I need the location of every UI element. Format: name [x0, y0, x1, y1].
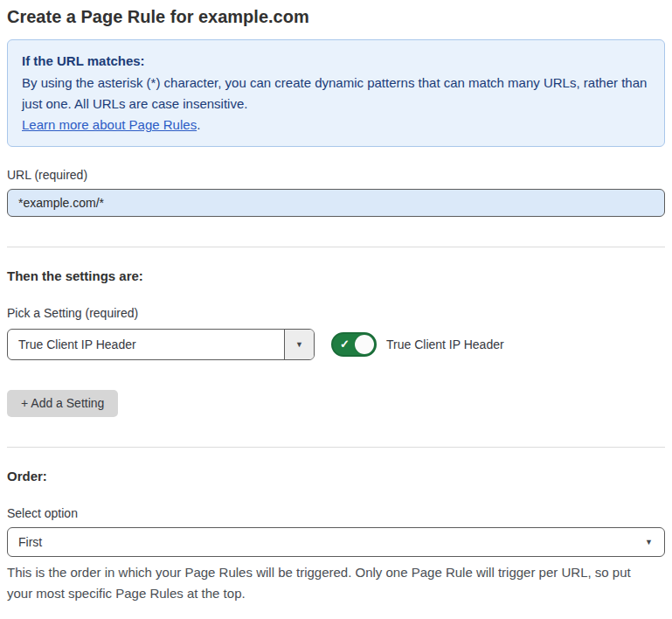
setting-dropdown-value: True Client IP Header — [8, 330, 284, 359]
settings-section-heading: Then the settings are: — [7, 268, 665, 285]
true-client-ip-toggle[interactable]: ✓ — [331, 332, 377, 357]
order-section-heading: Order: — [7, 468, 665, 485]
info-box-heading: If the URL matches: — [22, 51, 650, 72]
chevron-down-icon: ▼ — [645, 538, 653, 546]
setting-row: True Client IP Header ▼ ✓ True Client IP… — [7, 329, 665, 360]
toggle-label: True Client IP Header — [386, 337, 504, 351]
order-select-value: First — [18, 535, 42, 549]
add-setting-button[interactable]: + Add a Setting — [7, 390, 118, 417]
select-option-label: Select option — [7, 505, 665, 521]
toggle-knob — [355, 335, 374, 354]
url-field-label: URL (required) — [7, 167, 665, 183]
url-input[interactable] — [7, 189, 665, 217]
link-suffix: . — [197, 117, 200, 132]
info-box-link-line: Learn more about Page Rules. — [22, 115, 650, 136]
url-match-info-box: If the URL matches: By using the asteris… — [7, 39, 665, 147]
setting-dropdown-caret-button[interactable]: ▼ — [284, 330, 314, 359]
divider — [7, 247, 665, 247]
info-box-body: By using the asterisk (*) character, you… — [22, 73, 650, 115]
learn-more-link[interactable]: Learn more about Page Rules — [22, 117, 197, 132]
page-title: Create a Page Rule for example.com — [7, 5, 665, 28]
check-icon: ✓ — [340, 338, 350, 350]
setting-dropdown[interactable]: True Client IP Header ▼ — [7, 329, 315, 360]
pick-setting-label: Pick a Setting (required) — [7, 305, 665, 321]
divider — [7, 447, 665, 448]
order-help-text: This is the order in which your Page Rul… — [7, 562, 654, 604]
order-select[interactable]: First ▼ — [7, 527, 665, 557]
chevron-down-icon: ▼ — [295, 340, 303, 349]
